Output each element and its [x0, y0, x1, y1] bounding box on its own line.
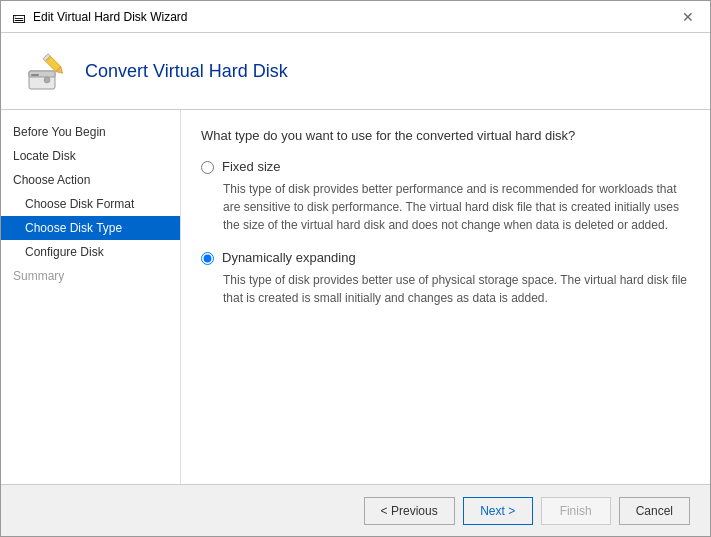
window-title: Edit Virtual Hard Disk Wizard	[33, 10, 188, 24]
sidebar-item-choose-action[interactable]: Choose Action	[1, 168, 180, 192]
svg-point-2	[44, 77, 50, 83]
fixed-size-radio[interactable]	[201, 161, 214, 174]
wizard-footer: < Previous Next > Finish Cancel	[1, 484, 710, 536]
close-button[interactable]: ✕	[676, 5, 700, 29]
sidebar-item-configure-disk[interactable]: Configure Disk	[1, 240, 180, 264]
cancel-button[interactable]: Cancel	[619, 497, 690, 525]
content-area: What type do you want to use for the con…	[181, 110, 710, 484]
sidebar-item-before-you-begin[interactable]: Before You Begin	[1, 120, 180, 144]
sidebar-item-choose-disk-type[interactable]: Choose Disk Type	[1, 216, 180, 240]
main-content: Before You Begin Locate Disk Choose Acti…	[1, 110, 710, 484]
dynamic-radio[interactable]	[201, 252, 214, 265]
wizard-header: Convert Virtual Hard Disk	[1, 33, 710, 110]
dynamic-label[interactable]: Dynamically expanding	[222, 250, 356, 265]
window-icon: 🖴	[11, 9, 27, 25]
sidebar-item-locate-disk[interactable]: Locate Disk	[1, 144, 180, 168]
fixed-size-description: This type of disk provides better perfor…	[223, 180, 690, 234]
fixed-size-label[interactable]: Fixed size	[222, 159, 281, 174]
sidebar: Before You Begin Locate Disk Choose Acti…	[1, 110, 181, 484]
wizard-title: Convert Virtual Hard Disk	[85, 61, 288, 82]
wizard-window: 🖴 Edit Virtual Hard Disk Wizard ✕	[0, 0, 711, 537]
fixed-size-option[interactable]: Fixed size	[201, 159, 690, 174]
previous-button[interactable]: < Previous	[364, 497, 455, 525]
content-question: What type do you want to use for the con…	[201, 128, 690, 143]
title-bar: 🖴 Edit Virtual Hard Disk Wizard ✕	[1, 1, 710, 33]
wizard-icon	[21, 47, 69, 95]
svg-rect-3	[31, 74, 39, 76]
sidebar-item-choose-disk-format[interactable]: Choose Disk Format	[1, 192, 180, 216]
finish-button: Finish	[541, 497, 611, 525]
next-button[interactable]: Next >	[463, 497, 533, 525]
dynamic-description: This type of disk provides better use of…	[223, 271, 690, 307]
sidebar-item-summary: Summary	[1, 264, 180, 288]
dynamic-option[interactable]: Dynamically expanding	[201, 250, 690, 265]
